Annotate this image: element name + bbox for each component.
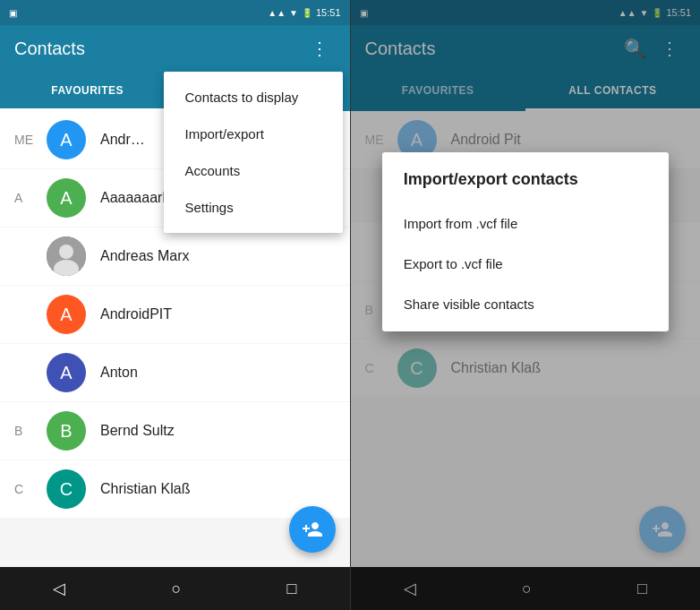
right-phone: ▣ ▲▲ ▼ 🔋 15:51 Contacts 🔍 ⋮ FAVOURITES A… xyxy=(351,0,701,610)
signal-icon: ▲▲ xyxy=(268,8,286,18)
home-button-left[interactable]: ○ xyxy=(153,572,199,606)
contact-name-androidpit-left: AndroidPIT xyxy=(100,306,172,322)
status-bar-left-icons: ▣ xyxy=(9,8,17,18)
tab-favourites-left[interactable]: FAVOURITES xyxy=(0,72,175,111)
dropdown-item-contacts-to-display[interactable]: Contacts to display xyxy=(164,79,343,116)
left-phone: ▣ ▲▲ ▼ 🔋 15:51 Contacts ⋮ FAVOURITES ALL… xyxy=(0,0,350,610)
svg-point-1 xyxy=(59,245,73,259)
photo-andreas-left xyxy=(47,236,86,276)
dialog-item-import[interactable]: Import from .vcf file xyxy=(382,203,669,244)
contact-row-androidpit-left[interactable]: A AndroidPIT xyxy=(0,286,350,343)
contact-name-andreas-left: Andreas Marx xyxy=(100,248,190,264)
contact-row-christian-left[interactable]: C C Christian Klaß xyxy=(0,460,350,518)
avatar-me-left: A xyxy=(47,120,86,159)
dialog-title: Import/export contacts xyxy=(382,170,669,203)
dialog-item-export[interactable]: Export to .vcf file xyxy=(382,244,669,284)
status-bar-right-icons: ▲▲ ▼ 🔋 15:51 xyxy=(268,7,340,18)
status-bar-left: ▣ ▲▲ ▼ 🔋 15:51 xyxy=(0,0,350,25)
contact-name-anton-left: Anton xyxy=(100,365,138,381)
dialog-overlay-right: Import/export contacts Import from .vcf … xyxy=(351,0,701,610)
contact-row-bernd-left[interactable]: B B Bernd Sultz xyxy=(0,402,350,460)
dropdown-menu-left: Contacts to display Import/export Accoun… xyxy=(164,72,343,233)
section-me-left: ME xyxy=(14,133,39,147)
dropdown-item-settings[interactable]: Settings xyxy=(164,189,343,226)
wifi-icon: ▼ xyxy=(289,8,298,18)
dropdown-item-accounts[interactable]: Accounts xyxy=(164,152,343,189)
avatar-anton-left: A xyxy=(47,353,86,392)
avatar-christian-left: C xyxy=(47,469,86,509)
contact-row-andreas-left[interactable]: Andreas Marx xyxy=(0,228,350,285)
dropdown-item-import-export[interactable]: Import/export xyxy=(164,116,343,152)
avatar-androidpit-left: A xyxy=(47,295,86,334)
app-title-left: Contacts xyxy=(14,39,303,59)
sim-icon: ▣ xyxy=(9,8,17,18)
recent-button-left[interactable]: □ xyxy=(269,572,315,606)
import-export-dialog: Import/export contacts Import from .vcf … xyxy=(382,152,669,331)
avatar-bernd-left: B xyxy=(47,411,86,451)
contact-name-christian-left: Christian Klaß xyxy=(100,481,190,497)
more-icon-left[interactable]: ⋮ xyxy=(303,30,336,66)
dialog-item-share[interactable]: Share visible contacts xyxy=(382,284,669,324)
contact-name-bernd-left: Bernd Sultz xyxy=(100,423,175,439)
nav-bar-left: ◁ ○ □ xyxy=(0,567,350,610)
back-button-left[interactable]: ◁ xyxy=(35,571,83,606)
app-bar-left: Contacts ⋮ xyxy=(0,25,350,72)
battery-icon: 🔋 xyxy=(302,8,312,18)
section-c-left: C xyxy=(14,482,39,496)
avatar-andreas-left xyxy=(47,236,86,276)
avatar-aaaa-left: A xyxy=(47,178,86,218)
contact-name-me-left: Andr… xyxy=(100,132,145,148)
add-person-icon-left xyxy=(302,519,323,540)
fab-left[interactable] xyxy=(289,506,336,553)
photo-svg-left xyxy=(47,236,86,276)
section-a-left: A xyxy=(14,191,39,205)
section-b-left: B xyxy=(14,424,39,438)
contact-row-anton-left[interactable]: A Anton xyxy=(0,344,350,401)
time-display: 15:51 xyxy=(316,7,341,18)
